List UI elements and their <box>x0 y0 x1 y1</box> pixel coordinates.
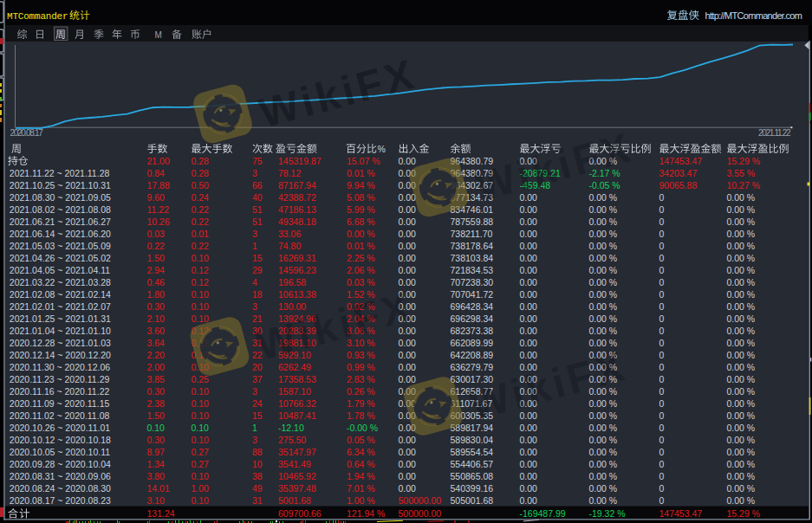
svg-text:10: 10 <box>252 459 263 469</box>
svg-text:0: 0 <box>659 386 665 397</box>
svg-text:75: 75 <box>252 156 263 166</box>
svg-text:0.10: 0.10 <box>192 398 210 409</box>
svg-text:2021.08.02 ~ 2021.08.08: 2021.08.02 ~ 2021.08.08 <box>10 204 111 215</box>
svg-text:1.34: 1.34 <box>147 459 166 469</box>
svg-text:0.00: 0.00 <box>520 265 538 275</box>
svg-text:10487.41: 10487.41 <box>278 410 316 421</box>
svg-text:0: 0 <box>659 253 665 263</box>
svg-text:3: 3 <box>252 168 257 178</box>
svg-text:0.00 %: 0.00 % <box>589 459 618 469</box>
svg-text:2021.02.01 ~ 2021.02.07: 2021.02.01 ~ 2021.02.07 <box>10 301 111 312</box>
svg-text:0.00: 0.00 <box>399 241 417 251</box>
svg-text:0: 0 <box>659 423 665 433</box>
svg-text:3541.49: 3541.49 <box>278 459 311 469</box>
svg-text:0.03: 0.03 <box>147 229 166 239</box>
svg-text:0.84: 0.84 <box>147 168 166 178</box>
svg-text:3.55 %: 3.55 % <box>727 168 756 178</box>
svg-text:35147.97: 35147.97 <box>278 447 316 457</box>
svg-text:0.00 %: 0.00 % <box>727 423 756 433</box>
svg-text:0: 0 <box>659 313 665 324</box>
svg-text:2.38: 2.38 <box>147 398 166 409</box>
svg-text:4: 4 <box>252 277 257 287</box>
svg-text:0: 0 <box>659 495 665 506</box>
svg-text:3: 3 <box>252 435 257 445</box>
svg-text:10.27 %: 10.27 % <box>727 180 761 190</box>
svg-text:0.12: 0.12 <box>192 265 210 275</box>
svg-text:0.00: 0.00 <box>520 277 538 287</box>
svg-text:29: 29 <box>252 265 263 275</box>
svg-text:17.88: 17.88 <box>147 180 170 190</box>
svg-text:696298.34: 696298.34 <box>451 313 494 324</box>
svg-text:5001.68: 5001.68 <box>278 495 311 506</box>
svg-text:0.30: 0.30 <box>147 301 166 312</box>
svg-text:10465.92: 10465.92 <box>278 471 316 481</box>
svg-text:0.00: 0.00 <box>520 229 538 239</box>
svg-text:0.30: 0.30 <box>147 386 166 397</box>
svg-text:9.60: 9.60 <box>147 192 166 203</box>
svg-text:0.00 %: 0.00 % <box>589 277 618 287</box>
svg-text:589554.54: 589554.54 <box>451 447 494 457</box>
svg-text:0.10: 0.10 <box>192 313 210 324</box>
svg-text:0.00: 0.00 <box>399 156 417 166</box>
svg-text:0.00: 0.00 <box>399 192 417 203</box>
svg-text:15.29 %: 15.29 % <box>727 156 761 166</box>
svg-text:0.00 %: 0.00 % <box>727 301 756 312</box>
svg-text:0.10: 0.10 <box>192 410 210 421</box>
svg-text:2020.08.17: 2020.08.17 <box>10 128 44 138</box>
svg-text:51: 51 <box>252 216 263 227</box>
svg-text:5.08 %: 5.08 % <box>347 192 375 203</box>
svg-text:2020.08.17 ~ 2020.08.23: 2020.08.17 ~ 2020.08.23 <box>10 495 111 506</box>
svg-text:0.00 %: 0.00 % <box>727 471 756 481</box>
svg-text:0.93 %: 0.93 % <box>347 350 375 360</box>
svg-text:0.00 %: 0.00 % <box>727 459 756 469</box>
svg-text:6.68 %: 6.68 % <box>347 216 375 227</box>
svg-text:0.27: 0.27 <box>192 459 210 469</box>
svg-text:738103.84: 738103.84 <box>451 253 494 263</box>
svg-text:2020.10.12 ~ 2020.10.18: 2020.10.12 ~ 2020.10.18 <box>10 435 111 445</box>
svg-text:0.00: 0.00 <box>399 338 417 348</box>
svg-text:-169487.99: -169487.99 <box>520 508 566 519</box>
svg-text:0.28: 0.28 <box>192 156 210 166</box>
svg-text:0.00: 0.00 <box>399 447 417 457</box>
svg-text:0.26 %: 0.26 % <box>347 386 375 397</box>
svg-text:MTCommander: MTCommander <box>7 11 68 22</box>
svg-text:0.00: 0.00 <box>520 338 538 348</box>
svg-text:38: 38 <box>252 471 263 481</box>
svg-text:0.10: 0.10 <box>192 253 210 263</box>
svg-text:%: % <box>378 144 386 154</box>
svg-text:-12.10: -12.10 <box>278 423 304 433</box>
svg-text:3: 3 <box>252 301 257 312</box>
svg-text:3: 3 <box>252 386 257 397</box>
svg-text:3.10: 3.10 <box>147 495 166 506</box>
svg-text:0.10: 0.10 <box>192 386 210 397</box>
svg-text:0.46: 0.46 <box>147 277 166 287</box>
svg-text:0.22: 0.22 <box>147 241 166 251</box>
svg-text:2021.06.14 ~ 2021.06.20: 2021.06.14 ~ 2021.06.20 <box>10 229 111 239</box>
svg-text:2020.12.28 ~ 2021.01.03: 2020.12.28 ~ 2021.01.03 <box>10 338 111 348</box>
svg-text:738178.64: 738178.64 <box>451 241 494 251</box>
svg-text:696428.34: 696428.34 <box>451 301 494 312</box>
svg-text:0.10: 0.10 <box>192 423 210 433</box>
svg-text:0.00: 0.00 <box>520 459 538 469</box>
svg-text:0.00 %: 0.00 % <box>727 277 756 287</box>
svg-text:0.00 %: 0.00 % <box>589 398 618 409</box>
svg-text:0.00 %: 0.00 % <box>589 483 618 494</box>
svg-text:0.00 %: 0.00 % <box>727 204 756 215</box>
svg-text:0.00 %: 0.00 % <box>589 229 618 239</box>
svg-text:40: 40 <box>252 192 263 203</box>
svg-text:66: 66 <box>252 180 263 190</box>
svg-text:6262.49: 6262.49 <box>278 362 311 372</box>
svg-text:0.00: 0.00 <box>399 216 417 227</box>
svg-text:0.00: 0.00 <box>399 350 417 360</box>
svg-text:662089.99: 662089.99 <box>451 338 494 348</box>
svg-text:0.00 %: 0.00 % <box>589 192 618 203</box>
svg-text:0.00 %: 0.00 % <box>727 289 756 300</box>
svg-text:2021.04.26 ~ 2021.05.02: 2021.04.26 ~ 2021.05.02 <box>10 253 111 263</box>
svg-text:7.01 %: 7.01 % <box>347 483 375 494</box>
svg-text:0: 0 <box>659 398 665 409</box>
svg-text:589830.04: 589830.04 <box>451 435 494 445</box>
svg-text:0.00 %: 0.00 % <box>589 423 618 433</box>
svg-text:2020.08.31 ~ 2020.09.06: 2020.08.31 ~ 2020.09.06 <box>10 471 111 481</box>
svg-text:0.00 %: 0.00 % <box>727 362 756 372</box>
svg-text:0: 0 <box>659 410 665 421</box>
